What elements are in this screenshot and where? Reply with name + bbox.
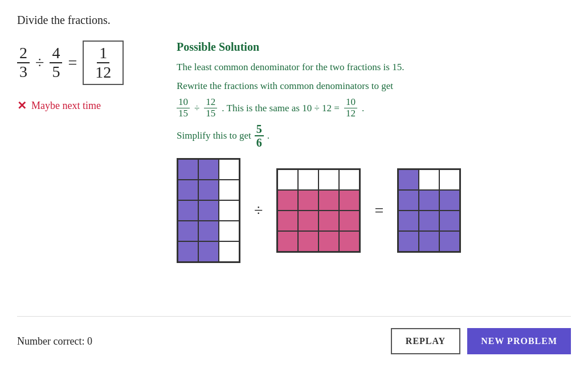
number-correct-value: 0 (87, 335, 92, 347)
left-fraction: 2 3 (17, 45, 30, 81)
grid-cell (339, 190, 360, 211)
grid-cell (398, 231, 419, 252)
grid-cell (219, 221, 239, 241)
left-numerator: 2 (17, 45, 30, 63)
solution-div-sign: ÷ (194, 103, 199, 114)
grid-cell (178, 200, 198, 221)
button-group: REPLAY NEW PROBLEM (391, 328, 571, 354)
solution-frac3-den: 12 (344, 108, 357, 119)
simplify-post: . (267, 130, 270, 141)
divide-op: ÷ (254, 201, 263, 220)
grid-cell (298, 231, 318, 252)
right-denominator: 5 (50, 63, 62, 81)
fraction-equation: 2 3 ÷ 4 5 = 1 12 (17, 41, 154, 85)
solution-period: . (362, 103, 364, 114)
grid-cell (277, 211, 298, 231)
solution-frac2-num: 12 (204, 97, 217, 108)
grid-cell (439, 190, 460, 211)
grid-cell (198, 241, 219, 262)
grid-cell (439, 231, 460, 252)
grid-cell (398, 169, 419, 190)
grid-cell (219, 180, 239, 200)
grid-cell (277, 190, 298, 211)
solution-frac1-num: 10 (177, 97, 190, 108)
bottom-bar: Number correct: 0 REPLAY NEW PROBLEM (17, 316, 571, 354)
grid-cell (339, 169, 360, 190)
solution-frac2-den: 15 (204, 108, 217, 119)
grid1 (177, 158, 240, 263)
simplify-pre: Simplify this to get (177, 130, 251, 141)
grid-cell (439, 169, 460, 190)
feedback-icon: ✕ (17, 99, 27, 112)
feedback-text: Maybe next time (31, 100, 101, 112)
grid-cell (318, 190, 339, 211)
grid-cell (178, 159, 198, 180)
equals-op: = (374, 201, 383, 220)
grid-cell (419, 231, 439, 252)
result-frac: 5 6 (255, 123, 264, 149)
grid-cell (219, 200, 239, 221)
left-panel: 2 3 ÷ 4 5 = 1 12 ✕ Maybe next time (17, 41, 154, 316)
left-denominator: 3 (17, 63, 30, 81)
grid-cell (318, 211, 339, 231)
feedback: ✕ Maybe next time (17, 99, 154, 112)
grid-cell (198, 180, 219, 200)
result-frac-den: 6 (255, 136, 264, 149)
solution-mid-text: . This is the same as 10 ÷ 12 = (222, 103, 340, 114)
grid-cell (219, 241, 239, 262)
new-problem-button[interactable]: NEW PROBLEM (467, 328, 571, 354)
solution-line2: Rewrite the fractions with common denomi… (177, 78, 571, 94)
replay-button[interactable]: REPLAY (391, 328, 460, 354)
solution-frac1-den: 15 (177, 108, 190, 119)
grid3 (397, 168, 461, 253)
grid-cell (419, 190, 439, 211)
grid-cell (318, 231, 339, 252)
grid-cell (298, 190, 318, 211)
grid-cell (419, 211, 439, 231)
number-correct: Number correct: 0 (17, 335, 92, 347)
answer-numerator: 1 (97, 44, 109, 63)
solution-title: Possible Solution (177, 41, 571, 54)
instruction: Divide the fractions. (17, 14, 571, 27)
grid-cell (178, 180, 198, 200)
simplify-line: Simplify this to get 5 6 . (177, 123, 571, 149)
number-correct-label: Number correct: (17, 335, 84, 347)
grid-cell (339, 211, 360, 231)
main-content: 2 3 ÷ 4 5 = 1 12 ✕ Maybe next time (17, 41, 571, 316)
equals-sign: = (68, 54, 77, 72)
grid-cell (219, 159, 239, 180)
solution-math-line: 10 15 ÷ 12 15 . This is the same as 10 ÷… (177, 97, 571, 119)
solution-frac1: 10 15 (177, 97, 190, 119)
grid-cell (298, 211, 318, 231)
solution-frac3: 10 12 (344, 97, 357, 119)
right-panel: Possible Solution The least common denom… (177, 41, 571, 316)
grid-cell (178, 221, 198, 241)
grid-cell (398, 211, 419, 231)
answer-box: 1 12 (83, 41, 124, 85)
grid-cell (178, 241, 198, 262)
visual-row: ÷ (177, 158, 571, 263)
page: Divide the fractions. 2 3 ÷ 4 5 = 1 12 (0, 0, 588, 368)
solution-frac2: 12 15 (204, 97, 217, 119)
grid-cell (398, 190, 419, 211)
grid2 (276, 168, 361, 253)
solution-frac3-num: 10 (344, 97, 357, 108)
grid-cell (198, 200, 219, 221)
right-fraction: 4 5 (50, 45, 62, 81)
answer-denominator: 12 (93, 63, 113, 82)
solution-line1: The least common denominator for the two… (177, 59, 571, 75)
grid-cell (198, 221, 219, 241)
grid-cell (439, 211, 460, 231)
grid-cell (277, 169, 298, 190)
grid-cell (339, 231, 360, 252)
grid-cell (298, 169, 318, 190)
grid-cell (318, 169, 339, 190)
right-numerator: 4 (50, 45, 62, 63)
grid-cell (198, 159, 219, 180)
divide-sign: ÷ (35, 54, 44, 72)
grid-cell (277, 231, 298, 252)
result-frac-num: 5 (255, 123, 264, 136)
grid-cell (419, 169, 439, 190)
